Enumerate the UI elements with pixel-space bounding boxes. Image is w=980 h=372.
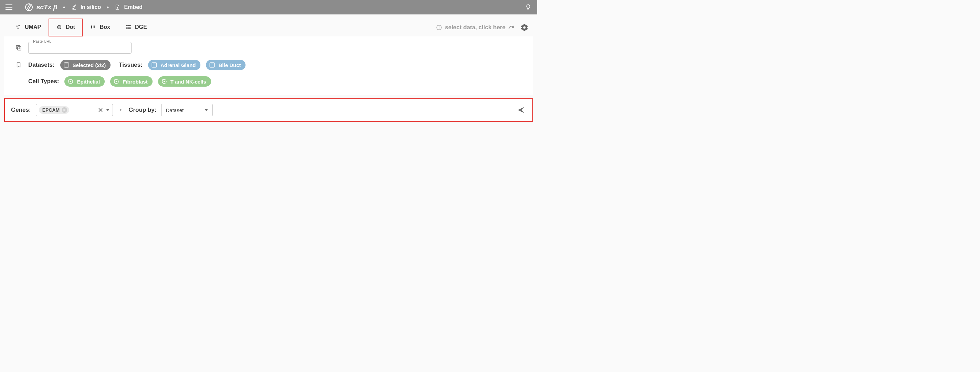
nav-separator: ●	[63, 5, 65, 9]
svg-point-26	[162, 79, 163, 80]
boxplot-icon	[90, 24, 96, 30]
tissue-chip-adrenal[interactable]: Adrenal Gland	[148, 60, 201, 70]
chip-label: T and NK-cells	[170, 79, 206, 85]
logo-icon	[25, 3, 33, 11]
bookmark-icon	[16, 62, 22, 68]
paste-url-field: Paste URL	[28, 42, 132, 54]
svg-rect-12	[16, 45, 20, 49]
svg-point-10	[439, 26, 439, 27]
nav-label: In silico	[81, 4, 101, 10]
celltype-chip-epithelial[interactable]: Epithelial	[64, 76, 105, 87]
select-data-hint[interactable]: select data, click here	[436, 24, 516, 31]
svg-point-22	[115, 79, 115, 80]
chip-label: Selected (2/2)	[73, 62, 106, 68]
svg-rect-7	[91, 26, 92, 28]
copy-icon	[15, 44, 22, 51]
celltypes-label: Cell Types:	[28, 78, 59, 85]
redo-arrow-icon	[508, 25, 516, 30]
library-icon	[63, 62, 70, 68]
gene-chip-label: EPCAM	[42, 107, 60, 113]
svg-rect-11	[18, 47, 21, 50]
tissue-chip-bileduct[interactable]: Bile Duct	[206, 60, 245, 70]
genes-input[interactable]: EPCAM	[36, 104, 113, 116]
chevron-down-icon	[106, 108, 110, 112]
dot-icon	[56, 24, 62, 30]
remove-gene-button[interactable]	[62, 107, 67, 113]
clear-genes-button[interactable]	[98, 108, 103, 112]
datasets-chip[interactable]: Selected (2/2)	[60, 60, 111, 70]
chip-label: Epithelial	[77, 79, 100, 85]
url-legend: Paste URL	[32, 39, 52, 43]
settings-button[interactable]	[519, 22, 530, 33]
hint-text: select data, click here	[445, 24, 506, 31]
bookmark-button[interactable]	[14, 61, 23, 69]
microscope-icon	[71, 4, 77, 10]
groupby-select[interactable]: Dataset	[161, 104, 213, 116]
svg-rect-8	[94, 26, 95, 28]
svg-point-2	[31, 4, 32, 5]
svg-point-21	[116, 81, 118, 82]
cell-icon	[161, 78, 168, 85]
nav-separator: ●	[107, 5, 109, 9]
svg-point-23	[114, 81, 115, 81]
view-tabs: UMAP Dot Box DGE select data, click here	[0, 14, 537, 36]
menu-button[interactable]	[3, 1, 15, 13]
tab-dge[interactable]: DGE	[118, 19, 154, 36]
submit-button[interactable]	[516, 105, 526, 115]
cell-icon	[113, 78, 120, 85]
tissues-label: Tissues:	[119, 62, 143, 68]
upload-file-icon	[115, 4, 121, 10]
tab-box[interactable]: Box	[83, 19, 118, 36]
chip-label: Bile Duct	[218, 62, 241, 68]
info-icon	[436, 24, 442, 31]
tab-label: Dot	[66, 24, 75, 30]
nav-label: Embed	[124, 4, 142, 10]
groupby-value: Dataset	[165, 107, 183, 113]
svg-point-6	[57, 25, 61, 29]
celltype-chip-tnk[interactable]: T and NK-cells	[158, 76, 211, 87]
close-icon	[63, 109, 66, 111]
filters-panel: Paste URL Datasets: Selected (2/2) Tissu…	[4, 36, 533, 95]
brand-logo[interactable]: scTx β	[25, 3, 57, 11]
separator: •	[120, 107, 122, 113]
gene-chip-epcam[interactable]: EPCAM	[39, 106, 70, 114]
library-icon	[151, 62, 158, 68]
library-icon	[209, 62, 216, 68]
query-bar: Genes: EPCAM • Group by: Dataset	[4, 98, 533, 122]
svg-point-19	[68, 81, 69, 81]
brand-text: scTx β	[37, 3, 57, 11]
celltype-chip-fibroblast[interactable]: Fibroblast	[110, 76, 153, 87]
close-icon	[98, 108, 103, 112]
chip-label: Fibroblast	[123, 79, 148, 85]
chip-label: Adrenal Gland	[161, 62, 196, 68]
tab-label: DGE	[135, 24, 147, 30]
hints-button[interactable]	[522, 1, 535, 13]
svg-point-5	[18, 27, 19, 28]
copy-button[interactable]	[14, 44, 23, 52]
genes-label: Genes:	[11, 106, 31, 114]
datasets-label: Datasets:	[28, 62, 55, 68]
svg-point-4	[19, 25, 20, 26]
svg-point-27	[162, 81, 162, 81]
hamburger-icon	[5, 5, 13, 10]
svg-point-25	[163, 81, 165, 82]
tab-label: Box	[100, 24, 110, 30]
scatter-icon	[15, 24, 21, 30]
nav-embed[interactable]: Embed	[115, 4, 142, 10]
svg-point-3	[16, 25, 18, 27]
svg-point-18	[69, 79, 70, 80]
tab-label: UMAP	[25, 24, 41, 30]
tab-dot[interactable]: Dot	[49, 19, 83, 36]
send-icon	[517, 106, 525, 114]
groupby-label: Group by:	[129, 106, 156, 114]
nav-in-silico[interactable]: In silico	[71, 4, 101, 10]
genes-dropdown-button[interactable]	[106, 108, 110, 112]
lightbulb-icon	[525, 4, 532, 11]
svg-point-17	[70, 81, 72, 82]
gear-icon	[520, 24, 528, 32]
paste-url-input[interactable]	[28, 42, 132, 54]
list-icon	[125, 24, 132, 30]
cell-icon	[67, 78, 74, 85]
tab-umap[interactable]: UMAP	[8, 19, 49, 36]
chevron-down-icon	[204, 108, 208, 112]
